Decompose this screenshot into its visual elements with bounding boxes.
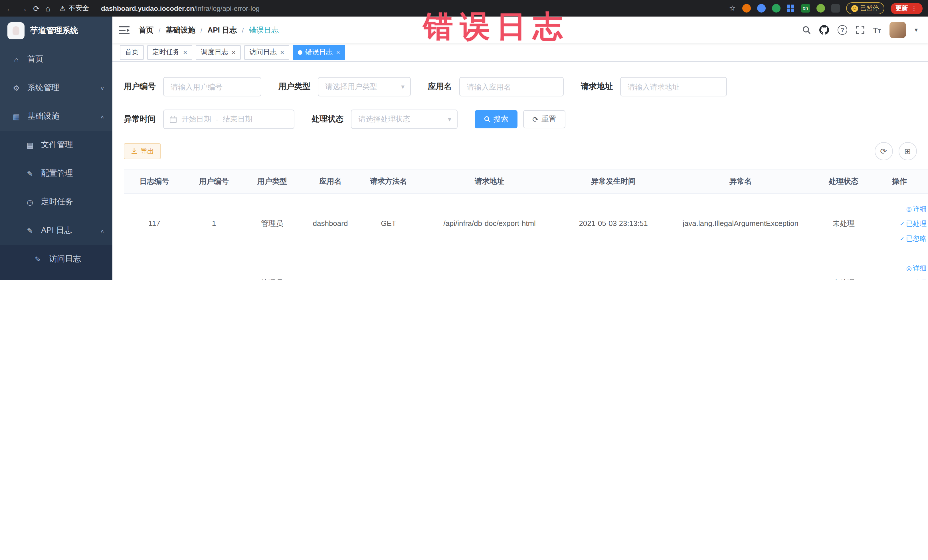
browser-menu-icon[interactable]: ⋮ [911,5,917,12]
sidebar-item-file[interactable]: ▤文件管理 [0,131,112,159]
extension-icon-grid[interactable] [786,4,795,12]
logo[interactable]: 芋道管理系统 [0,17,112,45]
breadcrumb-item[interactable]: API 日志 [208,25,237,35]
navbar-right: ? TT ▾ [802,22,918,38]
grid-icon: ⊞ [904,146,911,156]
bookmark-star-icon[interactable]: ☆ [729,4,736,12]
sidebar-item-infra[interactable]: ▦基础设施∧ [0,102,112,131]
reset-button-label: 重置 [542,114,556,124]
cell-app-name: dashboard [301,253,359,280]
sidebar-item-error-log[interactable]: ✎错误日志 [0,273,112,280]
cell-method: GET [359,253,418,280]
sidebar-item-label: 访问日志 [49,254,81,264]
extension-icon-orange[interactable] [742,4,751,12]
close-icon[interactable]: × [280,49,284,56]
help-icon[interactable]: ? [838,25,847,35]
app: 芋道管理系统 ⌂首页⚙系统管理∨▦基础设施∧▤文件管理✎配置管理◷定时任务✎AP… [0,17,928,280]
close-icon[interactable]: × [336,49,340,56]
close-icon[interactable]: × [232,49,236,56]
main: 首页/基础设施/API 日志/错误日志 ? TT ▾ [112,17,928,280]
sidebar-item-config[interactable]: ✎配置管理 [0,159,112,188]
column-header: 用户编号 [185,169,243,194]
extension-icon-green[interactable] [772,4,780,12]
search-icon[interactable] [802,26,811,34]
extension-icon-leaf[interactable] [816,4,825,12]
breadcrumb-separator: / [242,26,244,34]
chevron-up-icon: ∧ [100,114,104,119]
filter-exception-time: 异常时间 开始日期 - 结束日期 [124,110,295,129]
forward-icon[interactable]: → [20,4,27,12]
app-name-input[interactable] [459,77,564,96]
tab-job[interactable]: 定时任务× [147,45,192,60]
filter-request-url: 请求地址 [581,77,727,96]
close-icon[interactable]: × [183,49,187,56]
detail-link[interactable]: ◎详细 [872,201,926,216]
date-start-placeholder: 开始日期 [182,114,211,124]
ignored-link[interactable]: ✓已忽略 [872,231,926,246]
processed-link[interactable]: ✓已处理 [872,216,926,231]
processed-link[interactable]: ✓已处理 [872,275,926,280]
breadcrumb-item[interactable]: 基础设施 [166,25,195,35]
sidebar-item-home[interactable]: ⌂首页 [0,45,112,73]
user-type-select[interactable]: 请选择用户类型 ▾ [318,77,411,96]
column-settings-button[interactable]: ⊞ [898,142,917,160]
tab-job-log[interactable]: 调度日志× [196,45,241,60]
update-button[interactable]: 更新 ⋮ [890,3,922,14]
reload-icon[interactable]: ⟳ [33,4,40,12]
sidebar-item-access-log[interactable]: ✎访问日志 [0,245,112,273]
process-status-select[interactable]: 请选择处理状态 ▾ [351,110,458,129]
tab-label: 定时任务 [152,47,180,57]
cell-exception: java.lang.IllegalArgumentException [665,194,816,253]
tab-error-log[interactable]: 错误日志× [293,45,345,60]
user-id-input[interactable] [163,77,261,96]
config-icon: ✎ [25,169,35,178]
refresh-table-button[interactable]: ⟳ [875,142,893,160]
cell-request-url: /api/infra/db-doc/export-html [418,194,562,253]
date-separator: - [216,115,218,124]
address-bar[interactable]: dashboard.yudao.iocoder.cn /infra/log/ap… [101,4,259,12]
site-security-chip[interactable]: ⚠ 不安全 [60,3,89,13]
filter-form: 用户编号 用户类型 请选择用户类型 ▾ 应用名 [124,77,917,129]
sidebar-item-system[interactable]: ⚙系统管理∨ [0,73,112,102]
tab-access-log[interactable]: 访问日志× [244,45,289,60]
check-icon: ✓ [900,279,905,280]
tab-home[interactable]: 首页 [120,45,144,60]
reset-button[interactable]: ⟳ 重置 [523,110,565,128]
detail-link[interactable]: ◎详细 [872,261,926,275]
sidebar-item-label: 首页 [27,54,43,64]
divider [95,4,95,12]
filter-process-status: 处理状态 请选择处理状态 ▾ [311,110,458,129]
request-url-input[interactable] [620,77,727,96]
fullscreen-icon[interactable] [856,26,864,34]
extension-icon-paw[interactable] [831,4,839,12]
column-header: 异常名 [665,169,816,194]
paused-extension-button[interactable]: ☺ 已暂停 [846,2,884,14]
exception-time-range-picker[interactable]: 开始日期 - 结束日期 [163,110,295,129]
extension-icon-blue[interactable] [757,4,765,12]
infra-icon: ▦ [11,112,21,121]
sidebar-item-api-log[interactable]: ✎API 日志∧ [0,216,112,245]
browser-home-icon[interactable]: ⌂ [45,4,50,12]
cell-user-id: 1 [185,194,243,253]
extension-icon-on-badge[interactable]: on [801,4,810,12]
user-avatar[interactable] [890,22,906,38]
sidebar-menu: ⌂首页⚙系统管理∨▦基础设施∧▤文件管理✎配置管理◷定时任务✎API 日志∧✎访… [0,45,112,280]
chevron-up-icon: ∧ [100,228,104,233]
chevron-down-icon[interactable]: ▾ [914,26,918,34]
github-icon[interactable] [819,25,829,35]
search-button[interactable]: 搜索 [475,110,517,128]
api-log-icon: ✎ [25,226,35,235]
date-end-placeholder: 结束日期 [223,114,252,124]
sidebar-item-job[interactable]: ◷定时任务 [0,188,112,216]
font-size-icon[interactable]: TT [873,25,881,35]
export-button[interactable]: 导出 [124,143,161,159]
back-icon[interactable]: ← [6,4,14,12]
collapse-menu-icon[interactable] [119,25,130,35]
tab-label: 错误日志 [305,47,333,57]
breadcrumb-item[interactable]: 首页 [139,25,154,35]
tags-view: 首页定时任务×调度日志×访问日志×错误日志× [112,43,928,62]
filter-row-1: 用户编号 用户类型 请选择用户类型 ▾ 应用名 [124,77,917,96]
column-header: 请求方法名 [359,169,418,194]
tab-label: 访问日志 [249,47,277,57]
check-icon: ✓ [900,235,905,242]
